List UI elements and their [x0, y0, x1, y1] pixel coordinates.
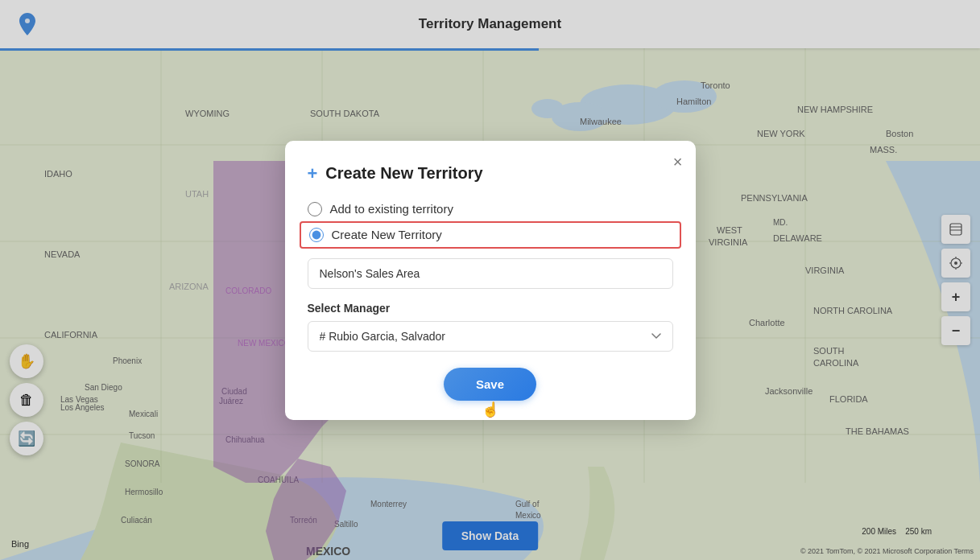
radio-add-existing-input[interactable] [308, 202, 322, 216]
radio-add-existing-label: Add to existing territory [330, 202, 453, 216]
modal-plus-icon: + [308, 163, 318, 184]
modal-title: Create New Territory [325, 164, 482, 183]
radio-group: Add to existing territory Create New Ter… [308, 202, 673, 244]
radio-create-new[interactable]: Create New Territory [300, 221, 681, 249]
modal-close-button[interactable]: × [673, 154, 683, 170]
create-territory-modal: + Create New Territory × Add to existing… [285, 141, 696, 420]
save-button[interactable]: Save [444, 368, 536, 401]
manager-select[interactable]: # Rubio Garcia, Salvador # Smith, John #… [308, 321, 673, 352]
radio-create-new-input[interactable] [309, 228, 324, 242]
modal-overlay: + Create New Territory × Add to existing… [0, 0, 980, 560]
territory-name-input[interactable] [308, 258, 673, 289]
radio-add-existing[interactable]: Add to existing territory [308, 202, 673, 216]
modal-header: + Create New Territory [308, 163, 673, 184]
cursor-icon: ☝️ [482, 401, 499, 418]
select-manager-label: Select Manager [308, 302, 673, 315]
radio-create-new-label: Create New Territory [332, 228, 442, 241]
